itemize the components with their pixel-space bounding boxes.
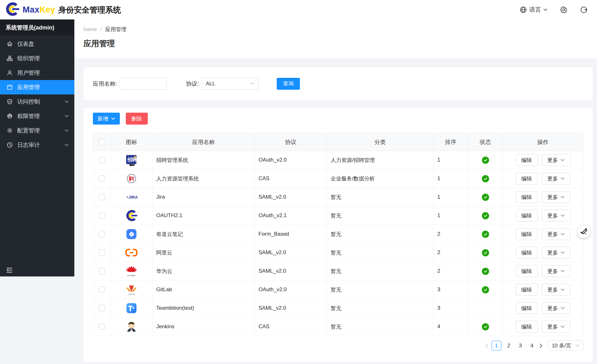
- more-button[interactable]: 更多: [542, 228, 570, 240]
- sidebar-item-4[interactable]: 应用管理: [0, 80, 74, 94]
- more-button[interactable]: 更多: [542, 173, 570, 185]
- sort-cell: 2: [434, 262, 468, 281]
- row-checkbox[interactable]: [99, 268, 105, 274]
- more-button-label: 更多: [547, 268, 558, 275]
- status-enabled-icon: [482, 268, 489, 275]
- theme-wand-button[interactable]: [578, 226, 590, 238]
- sidebar-item-label: 配置管理: [17, 127, 40, 134]
- app-name-cell: Jira: [152, 188, 255, 206]
- sidebar-item-2[interactable]: 组织管理: [0, 51, 74, 66]
- logout-icon[interactable]: [580, 6, 588, 13]
- hr-app-icon: R: [125, 172, 138, 185]
- app-name-input[interactable]: [120, 78, 167, 90]
- search-button[interactable]: 查询: [277, 78, 300, 90]
- collapse-sidebar-icon[interactable]: [6, 267, 13, 274]
- next-page-icon[interactable]: [540, 344, 542, 348]
- more-button[interactable]: 更多: [542, 302, 570, 314]
- pagination: 1234 10 条/页: [93, 340, 583, 351]
- app-name-cell: 人力资源管理系统: [152, 169, 255, 188]
- more-button[interactable]: 更多: [542, 321, 570, 333]
- row-checkbox[interactable]: [99, 305, 105, 311]
- more-button[interactable]: 更多: [542, 284, 570, 296]
- more-button[interactable]: 更多: [542, 247, 570, 259]
- status-enabled-icon: [482, 175, 489, 182]
- page-2-button[interactable]: 2: [505, 343, 513, 349]
- sidebar-column: 系统管理员(admin) 仪表盘 组织管理 用户管理 应用管理 访问控制 权限管…: [0, 19, 74, 364]
- more-button-label: 更多: [547, 323, 558, 330]
- more-button[interactable]: 更多: [542, 191, 570, 203]
- protocol-cell: CAS: [255, 169, 327, 188]
- category-cell: 企业服务/数据分析: [327, 169, 434, 188]
- select-all-checkbox[interactable]: [99, 139, 105, 145]
- brand: Max Key 身份安全管理系统: [5, 2, 121, 18]
- app-name-label: 应用名称:: [93, 80, 117, 88]
- row-checkbox[interactable]: [99, 194, 105, 200]
- sidebar-item-7[interactable]: 配置管理: [0, 123, 74, 138]
- sort-cell: 1: [434, 206, 468, 225]
- chevron-down-icon: [561, 233, 565, 236]
- svg-text:HUAWEI: HUAWEI: [127, 275, 136, 276]
- chevron-down-icon: [65, 100, 69, 103]
- delete-button[interactable]: 删除: [126, 113, 148, 125]
- chevron-down-icon: [561, 196, 565, 199]
- dashboard-icon: [7, 41, 13, 47]
- breadcrumb-current: 应用管理: [105, 26, 126, 33]
- page-4-button[interactable]: 4: [528, 343, 536, 349]
- row-checkbox[interactable]: [99, 286, 105, 293]
- edit-button[interactable]: 编辑: [516, 321, 538, 333]
- edit-button[interactable]: 编辑: [516, 284, 538, 296]
- language-menu[interactable]: 语言: [520, 6, 547, 14]
- row-checkbox[interactable]: [99, 175, 105, 182]
- column-header-icon: 图标: [111, 133, 152, 151]
- brand-max: Max: [23, 5, 40, 15]
- row-checkbox[interactable]: [99, 324, 105, 330]
- add-button[interactable]: 新增: [93, 113, 120, 125]
- toolbar: 新增 删除: [93, 113, 583, 125]
- breadcrumb: home / 应用管理: [83, 26, 588, 33]
- page-size-select[interactable]: 10 条/页: [548, 340, 583, 351]
- edit-button[interactable]: 编辑: [516, 210, 538, 222]
- table-row: 有道云笔记 Form_Based 暂无 2 编辑 更多: [93, 225, 583, 244]
- status-enabled-icon: [482, 249, 489, 256]
- more-button-label: 更多: [547, 194, 558, 201]
- magic-wand-icon: [580, 227, 588, 237]
- category-cell: 暂无: [327, 225, 434, 244]
- row-checkbox[interactable]: [99, 249, 105, 256]
- sidebar-item-5[interactable]: 访问控制: [0, 94, 74, 109]
- add-button-label: 新增: [98, 115, 108, 122]
- audit-clock-icon: [7, 142, 13, 148]
- app-name-cell: 有道云笔记: [152, 225, 255, 244]
- sidebar-item-6[interactable]: 权限管理: [0, 109, 74, 123]
- sort-cell: 3: [434, 299, 468, 318]
- edit-button[interactable]: 编辑: [516, 173, 538, 185]
- table-row: 招聘 招聘管理系统 OAuth_v2.0 人力资源/招聘管理 1 编辑 更多: [93, 151, 583, 169]
- row-checkbox[interactable]: [99, 157, 105, 163]
- sidebar-item-label: 仪表盘: [17, 40, 34, 48]
- chevron-down-icon: [250, 82, 254, 85]
- page-3-button[interactable]: 3: [516, 343, 525, 349]
- sidebar-item-1[interactable]: 仪表盘: [0, 37, 74, 51]
- settings-gear-icon[interactable]: [560, 6, 568, 13]
- edit-button[interactable]: 编辑: [516, 302, 538, 314]
- row-checkbox[interactable]: [99, 231, 105, 237]
- row-checkbox[interactable]: [99, 212, 105, 219]
- sidebar-item-8[interactable]: 日志审计: [0, 138, 74, 152]
- chevron-down-icon: [575, 344, 579, 347]
- edit-button[interactable]: 编辑: [516, 191, 538, 203]
- more-button[interactable]: 更多: [542, 265, 570, 277]
- sidebar-item-3[interactable]: 用户管理: [0, 66, 74, 80]
- gitlab-icon: GitLab: [125, 283, 138, 296]
- more-button[interactable]: 更多: [542, 210, 570, 222]
- previous-page-icon[interactable]: [485, 344, 488, 348]
- sidebar-item-label: 应用管理: [17, 83, 40, 91]
- breadcrumb-home[interactable]: home: [83, 26, 97, 33]
- edit-button[interactable]: 编辑: [516, 154, 538, 166]
- edit-button[interactable]: 编辑: [516, 265, 538, 277]
- edit-button[interactable]: 编辑: [516, 228, 538, 240]
- chevron-down-icon: [561, 159, 565, 162]
- more-button[interactable]: 更多: [542, 154, 570, 166]
- edit-button[interactable]: 编辑: [516, 247, 538, 259]
- page-1-button[interactable]: 1: [492, 341, 501, 351]
- applications-table: 图标 应用名称 协议 分类 排序 状态 操作 招聘 招聘管理系统 OAuth_v…: [93, 133, 583, 336]
- protocol-select[interactable]: ALL: [202, 78, 259, 90]
